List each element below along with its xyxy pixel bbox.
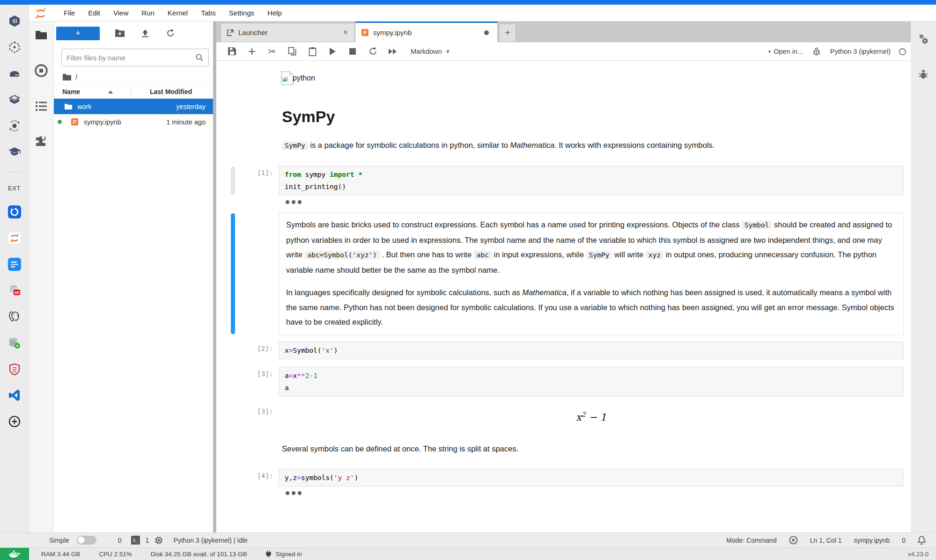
cell-type-dropdown[interactable]: Markdown ▼ (411, 48, 450, 55)
terminal-icon: $_ (131, 536, 140, 545)
sort-ascending-icon[interactable] (108, 90, 113, 94)
oracle-xe-extension-icon[interactable]: XE (7, 283, 22, 298)
notebook-icon (71, 118, 80, 126)
dev-environments-icon[interactable] (7, 118, 22, 134)
table-of-contents-icon[interactable] (34, 99, 48, 113)
vscode-extension-icon[interactable] (7, 387, 22, 403)
paste-icon[interactable] (307, 46, 317, 57)
red-shield-extension-icon[interactable] (7, 361, 22, 377)
menu-edit[interactable]: Edit (81, 9, 107, 17)
volumes-icon[interactable] (7, 65, 22, 81)
collapsed-output-icon[interactable] (286, 491, 911, 495)
builds-icon[interactable] (7, 92, 22, 108)
learning-center-icon[interactable] (7, 144, 22, 160)
extensions-puzzle-icon[interactable] (34, 135, 48, 149)
bell-icon[interactable] (918, 536, 926, 545)
unsaved-changes-dot[interactable] (484, 30, 489, 35)
logs-extension-icon[interactable] (7, 256, 22, 272)
circular-arrows-extension-icon[interactable] (7, 204, 22, 220)
kernel-status-text[interactable]: Python 3 (ipykernel) | Idle (173, 537, 248, 544)
file-name: sympy.ipynb (80, 118, 143, 126)
add-extension-icon[interactable] (7, 414, 22, 429)
notebook-heading[interactable]: SymPy (282, 108, 911, 126)
markdown-cell-body[interactable]: Symbols are basic bricks used to constru… (279, 212, 904, 335)
new-tab-button[interactable]: + (499, 24, 516, 42)
output-cell: [3]:x2 − 1 (216, 404, 911, 433)
simple-mode-toggle[interactable] (77, 536, 96, 545)
code-editor[interactable]: from sympy import *init_printing() (279, 166, 904, 196)
shield-x-icon[interactable] (789, 536, 798, 545)
close-icon[interactable]: × (342, 28, 349, 37)
cut-icon[interactable]: ✂ (267, 46, 277, 57)
menu-kernel[interactable]: Kernel (161, 9, 194, 17)
new-launcher-button[interactable]: + (56, 27, 100, 40)
filter-files-input[interactable] (66, 54, 195, 62)
refresh-icon[interactable] (165, 28, 176, 38)
fast-forward-icon[interactable] (388, 46, 398, 57)
new-folder-icon[interactable] (115, 28, 125, 38)
file-row-work[interactable]: work yesterday (54, 99, 213, 114)
panel-splitter[interactable] (213, 22, 216, 532)
debugger-bug-icon[interactable] (811, 46, 822, 57)
menu-settings[interactable]: Settings (222, 9, 261, 17)
postgresql-extension-icon[interactable] (7, 309, 22, 325)
menu-file[interactable]: File (57, 9, 81, 17)
code-editor[interactable]: a=x**2-1a (279, 367, 904, 397)
kernel-status-idle-icon[interactable] (899, 48, 906, 55)
kernel-name-button[interactable]: Python 3 (ipykernel) (830, 48, 891, 55)
images-icon[interactable] (7, 39, 22, 55)
home-folder-icon[interactable] (62, 73, 72, 81)
selected-markdown-cell[interactable]: Symbols are basic bricks used to constru… (216, 212, 911, 335)
code-cell[interactable]: [4]:y,z=symbols('y z') (216, 469, 911, 487)
property-inspector-gears-icon[interactable] (917, 34, 929, 46)
code-editor[interactable]: x=Symbol('x') (279, 342, 904, 359)
signed-in-status[interactable]: Signed in (265, 550, 302, 558)
cell-collapser[interactable] (231, 167, 235, 195)
stop-icon[interactable] (347, 46, 358, 57)
file-row-sympy-ipynb[interactable]: sympy.ipynb 1 minute ago (54, 114, 213, 130)
running-kernels-icon[interactable] (34, 64, 48, 78)
restart-kernel-icon[interactable] (368, 46, 378, 57)
save-icon[interactable] (227, 46, 237, 57)
menu-run[interactable]: Run (135, 9, 161, 17)
command-mode-indicator[interactable]: Mode: Command (726, 537, 776, 544)
tab-sympy-ipynb[interactable]: sympy.ipynb (355, 22, 498, 42)
code-cell[interactable]: [2]:x=Symbol('x') (216, 342, 911, 359)
open-in-dropdown[interactable]: ▾ Open in... (768, 48, 803, 55)
breadcrumb-root[interactable]: / (75, 73, 77, 81)
code-cell[interactable]: [1]:from sympy import *init_printing() (216, 166, 911, 196)
docker-stats-group: RAM 3.44 GB CPU 2.51% Disk 34.25 GB avai… (0, 550, 302, 558)
active-file-name[interactable]: sympy.ipynb (854, 537, 890, 544)
code-editor[interactable]: y,z=symbols('y z') (279, 469, 904, 487)
kernels-count[interactable]: 1 (146, 537, 149, 544)
markdown-cell[interactable]: Several symbols can be defined at once. … (282, 443, 878, 455)
code-cell[interactable]: [3]:a=x**2-1a (216, 367, 911, 397)
cell-collapser[interactable] (231, 213, 235, 334)
markdown-cell[interactable]: SymPy is a package for symbolic calculat… (282, 139, 878, 152)
menu-help[interactable]: Help (261, 9, 288, 17)
debugger-bug-icon[interactable] (917, 68, 929, 80)
folder-icon[interactable] (34, 28, 48, 42)
cursor-position[interactable]: Ln 1, Col 1 (810, 537, 842, 544)
add-cell-icon[interactable] (247, 46, 257, 57)
column-name-header[interactable]: Name (62, 88, 80, 95)
run-icon[interactable] (327, 46, 338, 57)
tab-launcher[interactable]: Launcher × (221, 23, 355, 42)
terminals-count[interactable]: 0 (118, 537, 122, 544)
collapsed-output-icon[interactable] (286, 200, 911, 204)
broken-image-cell[interactable]: python (282, 71, 911, 85)
output-area: x2 − 1 (279, 404, 904, 433)
copy-icon[interactable] (287, 46, 297, 57)
column-modified-header[interactable]: Last Modified (131, 88, 213, 95)
containers-icon[interactable] (7, 13, 22, 29)
menu-view[interactable]: View (107, 9, 135, 17)
docker-whale-icon[interactable] (0, 548, 29, 560)
database-run-extension-icon[interactable] (7, 335, 22, 351)
notifications-count[interactable]: 0 (902, 537, 906, 544)
notebook-toolbar: ✂ Markdown ▼ ▾ Open in... (216, 42, 911, 61)
menu-tabs[interactable]: Tabs (194, 9, 222, 17)
upload-icon[interactable] (140, 28, 150, 38)
jupyter-extension-icon[interactable] (7, 230, 22, 246)
docker-status-bar: RAM 3.44 GB CPU 2.51% Disk 34.25 GB avai… (0, 547, 936, 560)
cpu-usage: CPU 2.51% (99, 551, 132, 558)
